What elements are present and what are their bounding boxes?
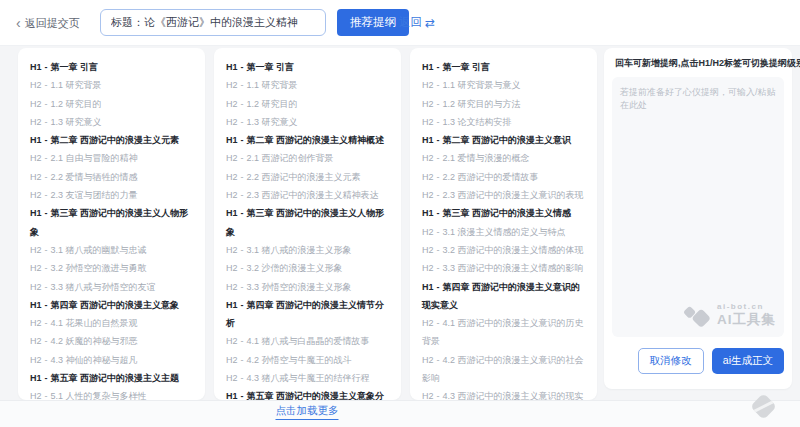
outline-row: H2-1.1 研究背景与意义 bbox=[422, 76, 589, 94]
heading-level-tag[interactable]: H1 bbox=[422, 282, 434, 292]
heading-level-tag[interactable]: H2 bbox=[226, 282, 238, 292]
outline-option-card-2[interactable]: H1-第一章 引言 H2-1.1 研究背景 H2-1.2 研究目的 H2-1.3… bbox=[214, 48, 401, 400]
outline-row: H2-4.3 猪八戒与牛魔王的结伴行程 bbox=[226, 369, 393, 387]
heading-level-tag[interactable]: H2 bbox=[30, 245, 42, 255]
heading-level-tag[interactable]: H2 bbox=[226, 245, 238, 255]
outline-separator: - bbox=[238, 263, 247, 273]
outline-row: H1-第一章 引言 bbox=[422, 58, 589, 76]
outline-row-text: 1.1 研究背景 bbox=[247, 80, 298, 90]
heading-level-tag[interactable]: H2 bbox=[30, 391, 42, 400]
heading-level-tag[interactable]: H2 bbox=[30, 99, 42, 109]
heading-level-tag[interactable]: H2 bbox=[422, 227, 434, 237]
outline-separator: - bbox=[42, 245, 51, 255]
heading-level-tag[interactable]: H2 bbox=[226, 172, 238, 182]
outline-separator: - bbox=[238, 300, 247, 310]
generate-text-button[interactable]: ai生成正文 bbox=[712, 348, 784, 374]
heading-level-tag[interactable]: H1 bbox=[422, 135, 434, 145]
heading-level-tag[interactable]: H2 bbox=[422, 190, 434, 200]
outline-row: H2-3.1 猪八戒的浪漫主义形象 bbox=[226, 241, 393, 259]
heading-level-tag[interactable]: H2 bbox=[30, 282, 42, 292]
heading-level-tag[interactable]: H2 bbox=[226, 355, 238, 365]
heading-level-tag[interactable]: H2 bbox=[226, 190, 238, 200]
heading-level-tag[interactable]: H2 bbox=[30, 355, 42, 365]
outline-separator: - bbox=[434, 263, 443, 273]
outline-separator: - bbox=[238, 355, 247, 365]
heading-level-tag[interactable]: H2 bbox=[226, 153, 238, 163]
heading-level-tag[interactable]: H2 bbox=[422, 153, 434, 163]
heading-level-tag[interactable]: H2 bbox=[226, 117, 238, 127]
heading-level-tag[interactable]: H2 bbox=[422, 99, 434, 109]
outline-separator: - bbox=[434, 355, 443, 365]
outline-row-text: 3.2 孙悟空的激进与勇敢 bbox=[51, 263, 147, 273]
outline-separator: - bbox=[238, 135, 247, 145]
heading-level-tag[interactable]: H1 bbox=[30, 135, 42, 145]
heading-level-tag[interactable]: H2 bbox=[422, 263, 434, 273]
back-to-submit-link[interactable]: ‹ 返回提交页 bbox=[16, 0, 80, 46]
heading-level-tag[interactable]: H1 bbox=[30, 208, 42, 218]
outline-row: H2-3.1 浪漫主义情感的定义与特点 bbox=[422, 223, 589, 241]
cancel-edit-button[interactable]: 取消修改 bbox=[638, 348, 704, 374]
heading-level-tag[interactable]: H1 bbox=[30, 300, 42, 310]
outline-separator: - bbox=[238, 99, 247, 109]
outline-separator: - bbox=[434, 62, 443, 72]
heading-level-tag[interactable]: H2 bbox=[30, 336, 42, 346]
heading-level-tag[interactable]: H2 bbox=[422, 172, 434, 182]
load-more-link[interactable]: 点击加载更多 bbox=[276, 404, 339, 420]
heading-level-tag[interactable]: H1 bbox=[422, 62, 434, 72]
heading-level-tag[interactable]: H2 bbox=[422, 391, 434, 400]
heading-level-tag[interactable]: H2 bbox=[422, 355, 434, 365]
heading-level-tag[interactable]: H2 bbox=[226, 99, 238, 109]
outline-row-text: 4.1 西游记中的浪漫主义意识的历史背景 bbox=[422, 318, 584, 346]
heading-level-tag[interactable]: H2 bbox=[226, 336, 238, 346]
heading-level-tag[interactable]: H1 bbox=[226, 62, 238, 72]
heading-level-tag[interactable]: H2 bbox=[226, 80, 238, 90]
outline-separator: - bbox=[42, 208, 51, 218]
outline-separator: - bbox=[42, 80, 51, 90]
heading-level-tag[interactable]: H2 bbox=[30, 117, 42, 127]
outline-row-text: 第四章 西游记中的浪漫主义意识的现实意义 bbox=[422, 282, 580, 310]
custom-outline-textarea[interactable] bbox=[612, 77, 784, 337]
outline-separator: - bbox=[42, 263, 51, 273]
outline-separator: - bbox=[42, 282, 51, 292]
heading-level-tag[interactable]: H2 bbox=[30, 80, 42, 90]
outline-row: H2-2.3 友谊与团结的力量 bbox=[30, 186, 197, 204]
heading-level-tag[interactable]: H2 bbox=[30, 172, 42, 182]
outline-row-text: 3.1 浪漫主义情感的定义与特点 bbox=[443, 227, 566, 237]
heading-level-tag[interactable]: H2 bbox=[30, 318, 42, 328]
heading-level-tag[interactable]: H1 bbox=[226, 391, 238, 400]
heading-level-tag[interactable]: H1 bbox=[226, 135, 238, 145]
heading-level-tag[interactable]: H2 bbox=[422, 245, 434, 255]
outline-separator: - bbox=[434, 245, 443, 255]
title-input[interactable] bbox=[100, 9, 326, 36]
outline-separator: - bbox=[434, 190, 443, 200]
outline-option-card-1[interactable]: H1-第一章 引言 H2-1.1 研究背景 H2-1.2 研究目的 H2-1.3… bbox=[18, 48, 205, 400]
outline-row-text: 2.2 西游记中的浪漫主义元素 bbox=[247, 172, 361, 182]
heading-level-tag[interactable]: H1 bbox=[30, 373, 42, 383]
outline-row: H1-第五章 西游记中的浪漫主义主题 bbox=[30, 369, 197, 387]
heading-level-tag[interactable]: H2 bbox=[422, 318, 434, 328]
outline-option-card-3[interactable]: H1-第一章 引言 H2-1.1 研究背景与意义 H2-1.2 研究目的与方法 … bbox=[410, 48, 597, 400]
heading-level-tag[interactable]: H2 bbox=[226, 373, 238, 383]
outline-row-text: 第三章 西游记中的浪漫主义人物形象 bbox=[226, 208, 384, 236]
outline-separator: - bbox=[42, 172, 51, 182]
outline-row-text: 第一章 引言 bbox=[51, 62, 99, 72]
heading-level-tag[interactable]: H2 bbox=[30, 263, 42, 273]
heading-level-tag[interactable]: H2 bbox=[422, 80, 434, 90]
chevron-left-icon: ‹ bbox=[16, 16, 21, 30]
outline-separator: - bbox=[434, 80, 443, 90]
outline-separator: - bbox=[238, 117, 247, 127]
return-link[interactable]: 返回 ⇄ bbox=[399, 9, 435, 36]
heading-level-tag[interactable]: H2 bbox=[30, 153, 42, 163]
heading-level-tag[interactable]: H1 bbox=[422, 208, 434, 218]
outline-row: H2-5.1 人性的复杂与多样性 bbox=[30, 387, 197, 400]
heading-level-tag[interactable]: H1 bbox=[30, 62, 42, 72]
heading-level-tag[interactable]: H2 bbox=[226, 263, 238, 273]
heading-level-tag[interactable]: H2 bbox=[422, 117, 434, 127]
heading-level-tag[interactable]: H2 bbox=[30, 190, 42, 200]
outline-row-text: 1.1 研究背景与意义 bbox=[443, 80, 521, 90]
outline-row-text: 2.3 西游记中的浪漫主义意识的表现 bbox=[443, 190, 584, 200]
heading-level-tag[interactable]: H1 bbox=[226, 208, 238, 218]
heading-level-tag[interactable]: H1 bbox=[226, 300, 238, 310]
outline-row: H2-4.3 神仙的神秘与超凡 bbox=[30, 351, 197, 369]
outline-row: H2-1.2 研究目的与方法 bbox=[422, 95, 589, 113]
